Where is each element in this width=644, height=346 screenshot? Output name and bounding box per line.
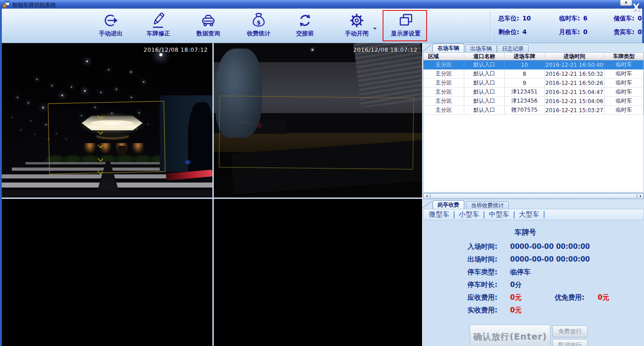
- app-icon: [3, 1, 10, 8]
- light-dot: [28, 102, 29, 104]
- field-value: 0分: [510, 281, 521, 289]
- column-header[interactable]: 区域: [423, 53, 464, 60]
- pencil-icon: [149, 11, 167, 30]
- light-dot: [34, 134, 35, 135]
- column-header[interactable]: 道口名称: [464, 53, 505, 60]
- toolbar-button-plate-correction[interactable]: 车牌修正: [137, 10, 180, 42]
- onsite-vehicles-table: 区域 道口名称 进场车牌 进场时间 车牌类型 主分区 默认入口 10 2016-…: [423, 52, 644, 193]
- light-dot: [159, 53, 162, 56]
- toolbar-button-manual-gate[interactable]: 手动开闸: [335, 10, 379, 42]
- light-dot: [36, 79, 38, 80]
- field-value: 0000-00-00 00:00:00: [510, 242, 590, 251]
- tab-booth-toll[interactable]: 岗亭收费: [433, 200, 464, 209]
- scrollbar-thumb[interactable]: [430, 193, 637, 199]
- table-row[interactable]: 主分区 默认入口 9 2016-12-21 16:50:26 临时车: [423, 79, 644, 88]
- toll-tabs: 岗亭收费 当班收费统计: [423, 200, 644, 209]
- scroll-left-arrow-icon: [425, 195, 428, 198]
- exit-arrow-icon: [102, 11, 120, 30]
- free-pass-button[interactable]: 免费放行: [552, 326, 588, 337]
- foreground-shadow: [2, 190, 212, 198]
- camera-feed-exit: 2016/12/08 18:07:12: [214, 43, 422, 198]
- table-cell: 临时车: [605, 106, 644, 114]
- close-x-icon[interactable]: X: [633, 3, 640, 13]
- svg-text:$: $: [256, 19, 261, 26]
- light-dot: [71, 86, 72, 88]
- table-header: 区域 道口名称 进场车牌 进场时间 车牌类型: [423, 53, 644, 60]
- column-header[interactable]: 车牌类型: [605, 53, 644, 60]
- light-dot: [131, 97, 132, 98]
- tabstrip-slant: [422, 44, 432, 52]
- vehicle-type-small[interactable]: 小型车: [459, 210, 479, 218]
- light-dot: [143, 81, 144, 83]
- display-screens-icon: [397, 11, 415, 30]
- light-dot: [20, 129, 21, 130]
- light-dot: [17, 97, 18, 98]
- park-duration-row: 停车时长: 0分: [423, 281, 644, 291]
- tabstrip-slant: [422, 201, 432, 209]
- toolbar-button-label: 手动开闸: [335, 30, 379, 38]
- toolbar: 手动进出 车牌修正: [2, 9, 642, 43]
- toolbar-button-toll-statistics[interactable]: $ 收费统计: [237, 10, 280, 42]
- column-header[interactable]: 进场时间: [545, 53, 605, 60]
- table-row[interactable]: 主分区 默认入口 津123451 2016-12-21 15:04:47 临时车: [423, 88, 644, 97]
- scroll-right-arrow-icon: [640, 195, 643, 198]
- table-cell: 临时车: [605, 69, 644, 78]
- field-label: 应收费用:: [467, 293, 497, 302]
- table-horizontal-scrollbar[interactable]: [423, 193, 644, 199]
- car-icon: [199, 11, 217, 30]
- light-dot: [116, 89, 117, 90]
- table-row[interactable]: 主分区 默认入口 赣707575 2016-12-21 15:03:27 临时车: [423, 106, 644, 115]
- table-cell: 赣707575: [505, 106, 545, 114]
- table-row[interactable]: 主分区 默认入口 津123456 2016-12-21 15:04:06 临时车: [423, 97, 644, 106]
- table-cell: 2016-12-21 16:50:40: [545, 60, 605, 69]
- light-dot: [11, 117, 12, 118]
- tab-log-records[interactable]: 日志记录: [497, 44, 529, 52]
- field-label: 停车类型:: [467, 268, 497, 277]
- blue-glow: [184, 159, 192, 165]
- separator: |: [543, 210, 545, 218]
- vehicle-type-medium[interactable]: 中型车: [489, 210, 509, 218]
- table-cell: 津123451: [505, 88, 545, 96]
- light-dot: [86, 60, 88, 62]
- light-dot: [45, 124, 47, 125]
- toolbar-button-shift-change[interactable]: 交接班: [283, 10, 327, 42]
- camera-feed-blank-right: [214, 199, 422, 346]
- light-dot: [130, 71, 132, 73]
- table-cell: 津123456: [505, 97, 545, 105]
- table-cell: 2016-12-21 15:03:27: [545, 106, 605, 114]
- table-row[interactable]: 主分区 默认入口 10 2016-12-21 16:50:40 临时车: [423, 60, 644, 69]
- table-cell: 2016-12-21 15:04:06: [545, 97, 605, 105]
- toolbar-button-manual-entry-exit[interactable]: 手动进出: [89, 10, 133, 42]
- vehicle-type-mini[interactable]: 微型车: [429, 210, 449, 218]
- table-cell: 9: [505, 79, 545, 87]
- cancel-pass-button[interactable]: 取消放行: [552, 339, 588, 346]
- tab-exited-vehicles[interactable]: 出场车辆: [465, 44, 497, 52]
- table-row[interactable]: 主分区 默认入口 8 2016-12-21 16:50:32 临时车: [423, 69, 644, 79]
- toolbar-separator: [490, 11, 491, 41]
- tab-shift-toll-stats[interactable]: 当班收费统计: [466, 201, 509, 209]
- camera-feed-entry: 2016/12/08 18:07:12: [2, 43, 212, 198]
- application-window: 智能车牌识别系统 x X 手动进出: [0, 0, 644, 346]
- toolbar-button-display-settings[interactable]: 显示屏设置: [384, 10, 428, 42]
- confirm-pass-button[interactable]: 确认放行(Enter): [470, 325, 551, 346]
- table-cell: 默认入口: [464, 106, 505, 114]
- vehicle-type-large[interactable]: 大型车: [519, 210, 539, 218]
- table-cell: 默认入口: [464, 60, 505, 69]
- close-button[interactable]: x: [620, 0, 632, 6]
- toolbar-button-data-query[interactable]: 数据查询: [187, 10, 230, 42]
- tab-onsite-vehicles[interactable]: 在场车辆: [433, 44, 464, 52]
- scroll-right-button[interactable]: [637, 193, 644, 199]
- light-dot: [100, 92, 102, 93]
- park-type-row: 停车类型: 临停车: [423, 268, 644, 278]
- plate-detection-box: [48, 101, 165, 174]
- plate-number-title: 车牌号: [423, 228, 628, 237]
- table-cell: 主分区: [423, 69, 464, 78]
- stat-total-spaces: 总车位:10: [498, 15, 531, 23]
- column-header[interactable]: 进场车牌: [505, 53, 545, 60]
- scroll-left-button[interactable]: [423, 193, 430, 199]
- plate-detection-box: [219, 96, 414, 169]
- table-cell: 8: [505, 69, 545, 78]
- table-cell: 主分区: [423, 60, 464, 69]
- table-cell: 临时车: [605, 60, 644, 69]
- money-bag-icon: $: [250, 11, 268, 30]
